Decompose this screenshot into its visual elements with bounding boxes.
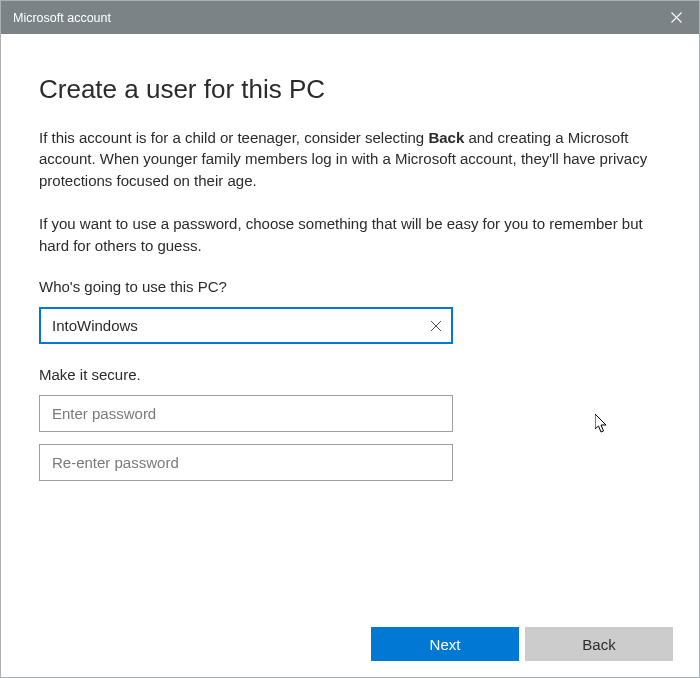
para1-pre: If this account is for a child or teenag… xyxy=(39,129,428,146)
password-input[interactable] xyxy=(39,395,453,432)
clear-icon xyxy=(430,320,442,332)
next-button[interactable]: Next xyxy=(371,627,519,661)
info-paragraph-1: If this account is for a child or teenag… xyxy=(39,127,661,191)
secure-label: Make it secure. xyxy=(39,366,661,383)
reenter-password-input-wrap xyxy=(39,444,453,481)
microsoft-account-window: Microsoft account Create a user for this… xyxy=(0,0,700,678)
info-paragraph-2: If you want to use a password, choose so… xyxy=(39,213,661,256)
titlebar: Microsoft account xyxy=(1,1,699,34)
username-label: Who's going to use this PC? xyxy=(39,278,661,295)
username-input-wrap xyxy=(39,307,453,344)
close-button[interactable] xyxy=(653,1,699,34)
para1-bold: Back xyxy=(428,129,464,146)
password-input-wrap xyxy=(39,395,453,432)
clear-username-button[interactable] xyxy=(429,319,443,333)
titlebar-title: Microsoft account xyxy=(13,11,111,25)
reenter-password-input[interactable] xyxy=(39,444,453,481)
back-button[interactable]: Back xyxy=(525,627,673,661)
username-input[interactable] xyxy=(39,307,453,344)
close-icon xyxy=(671,12,682,23)
footer-button-bar: Next Back xyxy=(1,611,699,677)
content-area: Create a user for this PC If this accoun… xyxy=(1,34,699,611)
page-title: Create a user for this PC xyxy=(39,74,661,105)
